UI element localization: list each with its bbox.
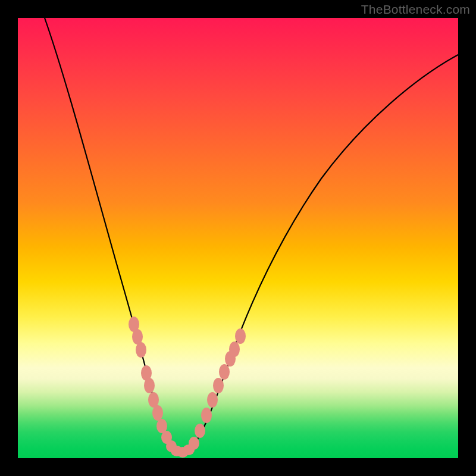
- watermark-text: TheBottleneck.com: [361, 2, 470, 17]
- gradient-panel: [18, 18, 458, 458]
- chart-stage: TheBottleneck.com: [0, 0, 476, 476]
